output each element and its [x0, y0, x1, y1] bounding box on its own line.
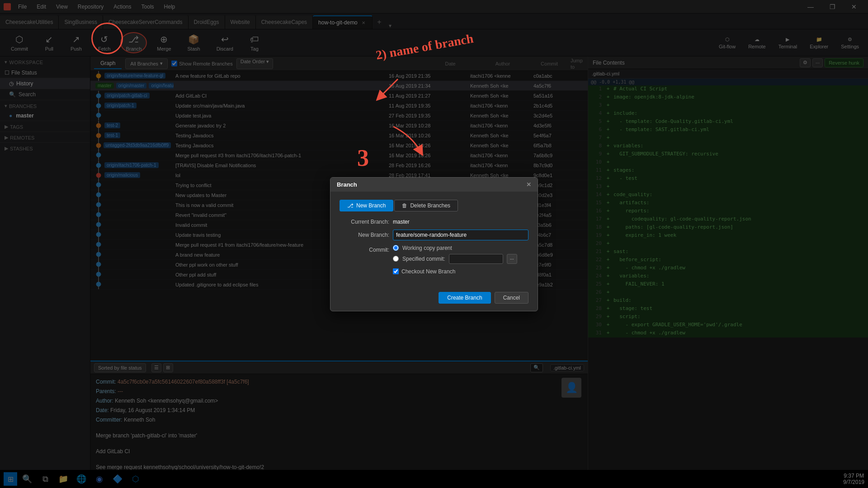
commit-row-modal: Commit: Working copy parent Specified co… [340, 245, 528, 264]
delete-branches-tab[interactable]: 🗑 Delete Branches [394, 200, 458, 211]
cancel-button[interactable]: Cancel [495, 292, 528, 304]
specified-commit-radio-row: Specified commit: ··· [393, 254, 517, 264]
modal-titlebar: Branch ✕ [330, 178, 538, 192]
current-branch-row: Current Branch: master [340, 219, 528, 225]
specified-commit-radio[interactable] [393, 256, 399, 262]
checkout-checkbox-row: Checkout New Branch [393, 268, 528, 275]
branch-modal: Branch ✕ ⎇ New Branch 🗑 Delete Branches … [330, 177, 538, 311]
commit-radio-group: Working copy parent Specified commit: ··… [393, 245, 517, 264]
browse-commit-button[interactable]: ··· [507, 254, 517, 264]
create-branch-button[interactable]: Create Branch [439, 292, 491, 304]
new-branch-tab-icon: ⎇ [347, 202, 354, 209]
working-copy-radio[interactable] [393, 245, 399, 251]
delete-tab-icon: 🗑 [402, 202, 407, 209]
new-branch-tab[interactable]: ⎇ New Branch [340, 200, 393, 211]
new-branch-input[interactable] [393, 230, 528, 240]
modal-close-icon[interactable]: ✕ [526, 181, 531, 188]
working-copy-radio-row: Working copy parent [393, 245, 517, 251]
modal-tab-bar: ⎇ New Branch 🗑 Delete Branches [340, 200, 528, 211]
modal-footer: Create Branch Cancel [330, 287, 538, 311]
modal-content: ⎇ New Branch 🗑 Delete Branches Current B… [330, 192, 538, 287]
checkout-checkbox[interactable] [393, 268, 399, 274]
modal-overlay[interactable]: Branch ✕ ⎇ New Branch 🗑 Delete Branches … [0, 0, 868, 488]
specified-commit-input[interactable] [449, 254, 503, 264]
new-branch-row: New Branch: [340, 230, 528, 240]
